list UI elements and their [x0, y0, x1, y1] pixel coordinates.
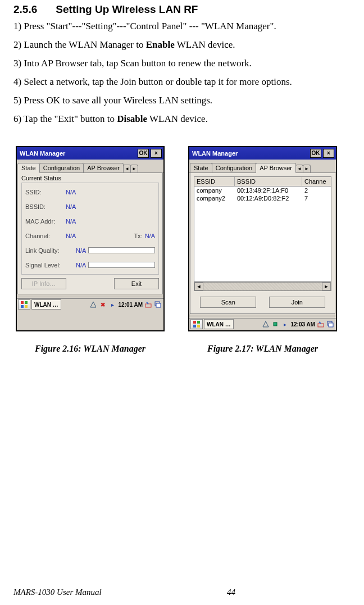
- col-channel[interactable]: Channe: [302, 177, 331, 186]
- state-tab-body: Current Status SSID: N/A BSSID: N/A MAC …: [17, 173, 163, 294]
- taskbar: WLAN … ▸ 12:03 AM: [189, 318, 336, 330]
- network-list[interactable]: company 00:13:49:2F:1A:F0 2 company2 00:…: [194, 186, 331, 282]
- cell-bssid: 00:12:A9:D0:82:F2: [235, 195, 302, 202]
- separator: [189, 315, 336, 317]
- svg-rect-8: [193, 321, 196, 324]
- tab-scroll-right-icon[interactable]: ►: [303, 165, 311, 172]
- mac-label: MAC Addr:: [25, 218, 66, 225]
- tab-scroll-left-icon[interactable]: ◄: [295, 165, 303, 172]
- windows-tray-icon[interactable]: [326, 320, 334, 328]
- cell-channel: 7: [302, 195, 331, 202]
- tab-configuration[interactable]: Configuration: [39, 163, 84, 172]
- section-number: 2.5.6: [13, 3, 53, 16]
- svg-rect-16: [329, 323, 333, 327]
- disconnect-icon[interactable]: ✖: [99, 301, 107, 308]
- svg-rect-7: [156, 303, 161, 307]
- scroll-left-icon[interactable]: ◄: [194, 283, 203, 290]
- start-button[interactable]: [18, 299, 30, 310]
- tx-value: N/A: [145, 233, 155, 239]
- close-button[interactable]: ×: [323, 149, 334, 158]
- tab-state[interactable]: State: [190, 163, 212, 172]
- connect-icon[interactable]: [271, 320, 279, 328]
- cell-channel: 2: [302, 187, 331, 194]
- scrollbar-track[interactable]: [203, 283, 322, 290]
- taskbar-item-wlan[interactable]: WLAN …: [204, 319, 234, 329]
- signal-level-meter: [88, 262, 155, 268]
- link-quality-meter: [88, 247, 155, 253]
- tab-bar: State Configuration AP Browser ◄ ►: [17, 160, 163, 173]
- join-button[interactable]: Join: [269, 297, 325, 308]
- tab-scroll-left-icon[interactable]: ◄: [123, 165, 131, 172]
- taskbar: WLAN … ✖ ▸ 12:01 AM: [17, 298, 163, 311]
- ok-button[interactable]: OK: [138, 149, 149, 158]
- figure-caption-left: Figure 2.16: WLAN Manager: [16, 344, 165, 354]
- scroll-right-icon[interactable]: ►: [322, 283, 331, 290]
- network-icon[interactable]: [262, 320, 270, 328]
- tab-state[interactable]: State: [17, 163, 40, 173]
- windows-tray-icon[interactable]: [154, 301, 162, 308]
- step-3: 3) Into AP Browser tab, tap Scan button …: [13, 57, 351, 70]
- channel-value: N/A: [66, 233, 76, 239]
- bssid-label: BSSID:: [25, 203, 66, 210]
- section-title: Setting Up Wireless LAN RF: [56, 3, 198, 15]
- keyboard-icon[interactable]: [144, 301, 152, 308]
- taskbar-item-wlan[interactable]: WLAN …: [31, 299, 61, 310]
- bssid-value: N/A: [66, 203, 76, 210]
- cell-bssid: 00:13:49:2F:1A:F0: [235, 187, 302, 194]
- step-6: 6) Tap the "Exit" button to Disable WLAN…: [13, 113, 351, 126]
- table-row[interactable]: company2 00:12:A9:D0:82:F2 7: [194, 194, 331, 202]
- titlebar: WLAN Manager OK ×: [189, 147, 336, 160]
- start-button[interactable]: [190, 319, 203, 329]
- keyboard-icon[interactable]: [317, 320, 325, 328]
- svg-rect-13: [318, 324, 324, 327]
- col-bssid[interactable]: BSSID: [235, 177, 302, 186]
- ssid-label: SSID:: [25, 189, 66, 195]
- network-icon[interactable]: [89, 301, 97, 308]
- apbrowser-tab-body: ESSID BSSID Channe company 00:13:49:2F:1…: [190, 173, 335, 314]
- step-5: 5) Press OK to save all your Wireless LA…: [13, 94, 351, 107]
- mac-value: N/A: [66, 218, 76, 225]
- table-header: ESSID BSSID Channe: [194, 176, 331, 186]
- tx-label: Tx:: [124, 233, 145, 239]
- page-footer: MARS-1030 User Manual 44: [13, 588, 351, 597]
- tab-ap-browser[interactable]: AP Browser: [83, 163, 124, 172]
- wlan-manager-window-apbrowser: WLAN Manager OK × State Configuration AP…: [188, 146, 337, 331]
- group-label: Current Status: [21, 175, 159, 181]
- exit-button[interactable]: Exit: [114, 278, 159, 289]
- titlebar: WLAN Manager OK ×: [17, 147, 163, 160]
- scan-button[interactable]: Scan: [200, 297, 256, 308]
- svg-rect-3: [25, 305, 28, 308]
- horizontal-scrollbar[interactable]: ◄ ►: [194, 282, 331, 291]
- svg-rect-2: [21, 305, 24, 308]
- system-tray: ✖ ▸ 12:01 AM: [89, 301, 163, 308]
- step-4: 4) Select a network, tap the Join button…: [13, 76, 351, 89]
- system-tray: ▸ 12:03 AM: [262, 320, 336, 328]
- close-button[interactable]: ×: [151, 149, 162, 158]
- section-heading: 2.5.6 Setting Up Wireless LAN RF: [13, 0, 351, 20]
- clock-arrow-icon: ▸: [108, 301, 116, 308]
- svg-rect-1: [25, 301, 28, 304]
- svg-rect-4: [145, 304, 151, 307]
- tab-configuration[interactable]: Configuration: [212, 163, 256, 172]
- captions-row: Figure 2.16: WLAN Manager Figure 2.17: W…: [13, 344, 351, 354]
- tab-ap-browser[interactable]: AP Browser: [256, 163, 296, 173]
- separator: [17, 295, 163, 297]
- col-essid[interactable]: ESSID: [194, 177, 235, 186]
- tab-bar: State Configuration AP Browser ◄ ►: [189, 160, 336, 173]
- step-1: 1) Press "Start"---"Setting"---"Control …: [13, 20, 351, 33]
- signal-level-label: Signal Level:: [25, 262, 76, 269]
- figures-row: WLAN Manager OK × State Configuration AP…: [13, 146, 351, 331]
- wlan-manager-window-state: WLAN Manager OK × State Configuration AP…: [16, 146, 165, 331]
- table-row[interactable]: company 00:13:49:2F:1A:F0 2: [194, 186, 331, 194]
- ok-button[interactable]: OK: [310, 149, 321, 158]
- window-title: WLAN Manager: [19, 150, 136, 157]
- steps-list: 1) Press "Start"---"Setting"---"Control …: [13, 20, 351, 126]
- figure-caption-right: Figure 2.17: WLAN Manager: [188, 344, 337, 354]
- svg-rect-12: [274, 322, 277, 326]
- clock: 12:03 AM: [290, 321, 315, 327]
- svg-rect-11: [197, 325, 200, 327]
- ip-info-button[interactable]: IP Info…: [21, 278, 66, 289]
- tab-scroll-right-icon[interactable]: ►: [130, 165, 138, 172]
- signal-level-value: N/A: [76, 262, 86, 269]
- clock: 12:01 AM: [118, 302, 143, 308]
